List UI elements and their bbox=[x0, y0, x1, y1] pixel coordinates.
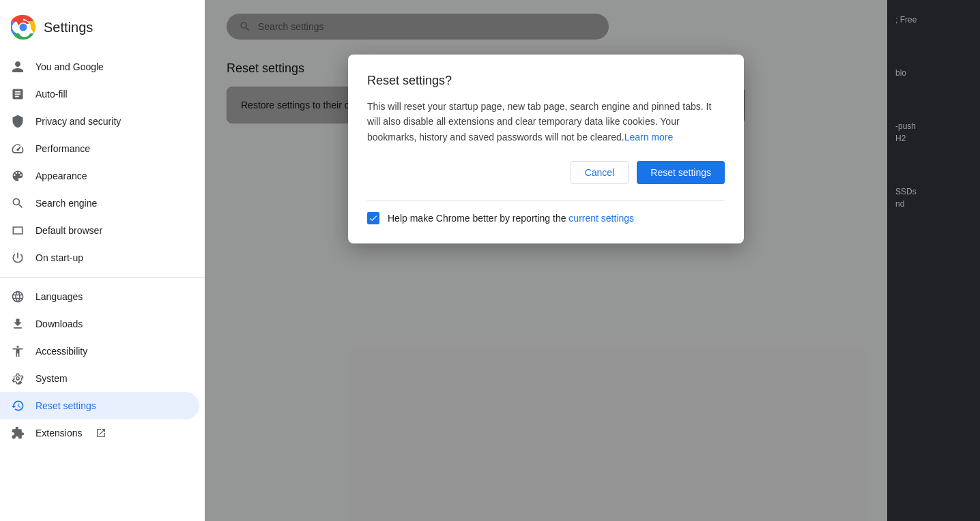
system-icon bbox=[11, 372, 25, 385]
sidebar-item-label-accessibility: Accessibility bbox=[35, 346, 87, 357]
sidebar-item-system[interactable]: System bbox=[0, 365, 199, 392]
sidebar-item-label-languages: Languages bbox=[35, 291, 83, 302]
main-content: Reset settings Restore settings to their… bbox=[205, 0, 887, 521]
sidebar-item-auto-fill[interactable]: Auto-fill bbox=[0, 80, 199, 108]
assignment-icon bbox=[11, 87, 25, 101]
sidebar-item-default-browser[interactable]: Default browser bbox=[0, 217, 199, 244]
report-settings-text: Help make Chrome better by reporting the bbox=[388, 213, 568, 224]
sidebar-item-privacy-security[interactable]: Privacy and security bbox=[0, 108, 199, 135]
reset-dialog: Reset settings? This will reset your sta… bbox=[348, 55, 744, 243]
language-icon bbox=[11, 290, 25, 303]
right-panel-text-3: -pushH2 bbox=[895, 120, 972, 145]
sidebar-item-search-engine[interactable]: Search engine bbox=[0, 190, 199, 217]
sidebar-item-extensions[interactable]: Extensions bbox=[0, 419, 199, 447]
shield-icon bbox=[11, 115, 25, 128]
sidebar-header: Settings bbox=[0, 7, 205, 53]
sidebar-item-label-performance: Performance bbox=[35, 143, 90, 154]
sidebar-item-you-and-google[interactable]: You and Google bbox=[0, 53, 199, 80]
sidebar-item-label-reset-settings: Reset settings bbox=[35, 400, 96, 411]
sidebar-item-label-downloads: Downloads bbox=[35, 318, 83, 329]
sidebar: Settings You and Google Auto-fill Privac… bbox=[0, 0, 205, 521]
person-icon bbox=[11, 60, 25, 74]
checkmark-icon bbox=[369, 213, 378, 223]
palette-icon bbox=[11, 169, 25, 183]
sidebar-title: Settings bbox=[44, 20, 93, 35]
sidebar-item-label-default-browser: Default browser bbox=[35, 225, 102, 236]
sidebar-item-label-extensions: Extensions bbox=[35, 428, 82, 438]
dialog-title: Reset settings? bbox=[367, 74, 725, 88]
dialog-body: This will reset your startup page, new t… bbox=[367, 99, 725, 145]
sidebar-item-label-search-engine: Search engine bbox=[35, 198, 97, 209]
sidebar-item-languages[interactable]: Languages bbox=[0, 283, 199, 310]
dialog-overlay: Reset settings? This will reset your sta… bbox=[205, 0, 887, 521]
sidebar-item-downloads[interactable]: Downloads bbox=[0, 310, 199, 338]
cancel-button[interactable]: Cancel bbox=[571, 161, 629, 184]
sidebar-divider bbox=[0, 277, 205, 278]
reset-settings-button[interactable]: Reset settings bbox=[637, 161, 725, 184]
sidebar-item-reset-settings[interactable]: Reset settings bbox=[0, 392, 199, 419]
sidebar-item-label-system: System bbox=[35, 373, 68, 384]
right-panel-text-1: ; Free bbox=[895, 14, 972, 26]
report-settings-label: Help make Chrome better by reporting the… bbox=[388, 213, 634, 224]
sidebar-item-accessibility[interactable]: Accessibility bbox=[0, 338, 199, 365]
speed-icon bbox=[11, 142, 25, 155]
browser-icon bbox=[11, 224, 25, 237]
current-settings-link[interactable]: current settings bbox=[568, 213, 634, 224]
search-icon bbox=[11, 196, 25, 210]
sidebar-item-performance[interactable]: Performance bbox=[0, 135, 199, 162]
sidebar-item-on-startup[interactable]: On start-up bbox=[0, 244, 199, 271]
sidebar-item-label-appearance: Appearance bbox=[35, 170, 87, 181]
sidebar-item-label-on-startup: On start-up bbox=[35, 252, 83, 263]
right-panel: ; Free blo -pushH2 SSDsnd bbox=[887, 0, 980, 521]
power-icon bbox=[11, 251, 25, 265]
download-icon bbox=[11, 317, 25, 331]
sidebar-item-label-you-and-google: You and Google bbox=[35, 61, 104, 72]
dialog-footer: Help make Chrome better by reporting the… bbox=[367, 200, 725, 224]
dialog-actions: Cancel Reset settings bbox=[367, 161, 725, 184]
sidebar-item-appearance[interactable]: Appearance bbox=[0, 162, 199, 190]
report-settings-checkbox[interactable] bbox=[367, 212, 379, 224]
learn-more-link[interactable]: Learn more bbox=[624, 132, 674, 143]
history-icon bbox=[11, 399, 25, 413]
right-panel-text-4: SSDsnd bbox=[895, 185, 972, 210]
sidebar-item-label-privacy-security: Privacy and security bbox=[35, 116, 121, 127]
extension-icon bbox=[11, 426, 25, 440]
external-link-icon bbox=[96, 428, 106, 438]
svg-point-4 bbox=[20, 24, 27, 31]
right-panel-text-2: blo bbox=[895, 67, 972, 79]
chrome-logo-icon bbox=[11, 15, 35, 40]
sidebar-item-label-auto-fill: Auto-fill bbox=[35, 89, 68, 100]
accessibility-icon bbox=[11, 344, 25, 358]
